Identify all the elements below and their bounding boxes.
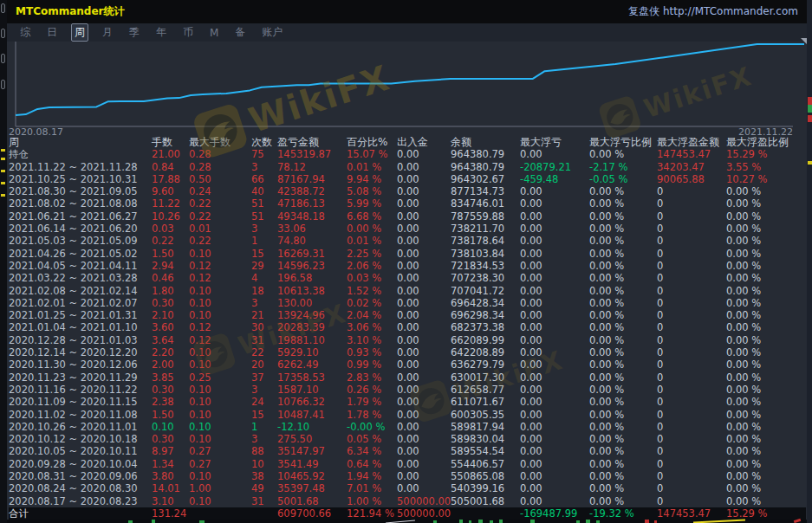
- menu-item-7[interactable]: 币: [180, 24, 196, 41]
- table-row[interactable]: 2020.08.31 ~ 2020.09.063.800.103810465.9…: [9, 470, 806, 482]
- table-row[interactable]: 2020.08.24 ~ 2020.08.3014.011.004935397.…: [9, 482, 806, 494]
- column-header[interactable]: 最大浮亏: [520, 136, 589, 148]
- cell: 0.00: [397, 346, 451, 358]
- table-row[interactable]: 2020.09.28 ~ 2020.10.041.340.27103541.49…: [9, 458, 806, 470]
- brand-url-link[interactable]: 复盘侠 http://MTCommander.com: [628, 4, 798, 19]
- menu-item-3[interactable]: 周: [71, 23, 88, 42]
- cell: 707041.72: [451, 285, 520, 297]
- cell: 0.00: [397, 445, 451, 457]
- cell: 0.00 %: [589, 384, 657, 396]
- menu-item-1[interactable]: 综: [17, 24, 33, 41]
- cell: 0.00 %: [726, 421, 806, 433]
- row-period-label: 2021.08.02 ~ 2021.08.08: [9, 197, 152, 210]
- table-row[interactable]: 2021.06.14 ~ 2021.06.200.030.01333.060.0…: [9, 223, 806, 235]
- table-row[interactable]: 2021.02.01 ~ 2021.02.070.300.103130.000.…: [9, 297, 806, 309]
- table-row[interactable]: 2020.10.12 ~ 2020.10.180.300.103275.500.…: [9, 433, 806, 445]
- cell: 0.00: [397, 309, 451, 321]
- menu-item-4[interactable]: 月: [100, 24, 115, 41]
- column-header[interactable]: 最大手数: [189, 136, 251, 148]
- row-period-label: 2021.10.25 ~ 2021.10.31: [9, 173, 152, 185]
- total-row[interactable]: 合计131.24609700.66121.94 %500000.00-16948…: [9, 507, 806, 520]
- table-row[interactable]: 2020.12.14 ~ 2020.12.202.200.10225929.10…: [9, 346, 806, 358]
- cell: 0.00 %: [726, 396, 806, 408]
- cell: 15: [251, 248, 277, 260]
- cell: 0: [657, 297, 726, 309]
- cell: 0.12: [189, 272, 251, 284]
- table-row[interactable]: 2021.05.03 ~ 2021.05.090.220.22174.800.0…: [9, 235, 806, 247]
- column-header[interactable]: 出入金: [397, 136, 451, 148]
- row-period-label: 2020.08.31 ~ 2020.09.06: [9, 470, 152, 482]
- table-row[interactable]: 2020.08.17 ~ 2020.08.233.100.10315001.68…: [9, 495, 806, 507]
- cell: 0.00: [520, 210, 589, 223]
- table-row[interactable]: 2021.08.02 ~ 2021.08.0811.220.225147186.…: [9, 197, 806, 210]
- cell: 1: [251, 421, 277, 433]
- cell: 0.00 %: [589, 433, 657, 445]
- cell: 0.00 %: [589, 248, 657, 260]
- column-header[interactable]: 盈亏金额: [277, 136, 347, 148]
- cell: 0.27: [189, 458, 251, 470]
- table-row[interactable]: 2020.11.02 ~ 2020.11.081.500.101510487.4…: [9, 409, 806, 421]
- cell: 31: [251, 334, 277, 346]
- menu-item-8[interactable]: M: [207, 26, 221, 40]
- table-row[interactable]: 2021.02.08 ~ 2021.02.141.800.101810613.3…: [9, 285, 806, 297]
- table-row[interactable]: 2020.10.26 ~ 2020.11.010.100.101-12.10-0…: [9, 421, 806, 433]
- column-header[interactable]: 百分比%: [347, 136, 397, 148]
- cell: -169487.99: [520, 507, 589, 520]
- table-row[interactable]: 持仓21.000.2875145319.8715.07 %0.00964380.…: [9, 148, 806, 160]
- table-row[interactable]: 2021.04.26 ~ 2021.05.021.500.101516269.3…: [9, 248, 806, 260]
- table-row[interactable]: 2020.12.28 ~ 2021.01.033.640.123119881.1…: [9, 334, 806, 346]
- cell: 0.00 %: [589, 272, 657, 284]
- left-edge-strip: [0, 0, 7, 523]
- table-row[interactable]: 2021.11.22 ~ 2021.11.280.840.28378.120.0…: [9, 161, 806, 173]
- column-header[interactable]: 最大浮盈比例: [726, 136, 806, 148]
- cell: 3.10 %: [347, 334, 397, 346]
- table-row[interactable]: 2021.01.25 ~ 2021.01.312.100.102113924.9…: [9, 309, 806, 321]
- table-row[interactable]: 2020.11.16 ~ 2020.11.220.300.1031587.100…: [9, 384, 806, 396]
- cell: 10613.38: [277, 285, 347, 297]
- cell: 3: [251, 384, 277, 396]
- column-header[interactable]: 手数: [152, 136, 189, 148]
- column-header[interactable]: 周: [9, 136, 152, 148]
- cell: 0.00 %: [589, 346, 657, 358]
- cell: 0.00 %: [726, 334, 806, 346]
- cell: 0.00: [520, 358, 589, 371]
- cell: 38: [251, 470, 277, 482]
- table-row[interactable]: 2021.06.21 ~ 2021.06.2710.260.225149348.…: [9, 210, 806, 223]
- table-row[interactable]: 2021.10.25 ~ 2021.10.3117.880.506687167.…: [9, 173, 806, 185]
- column-header[interactable]: 最大浮盈金额: [657, 136, 726, 148]
- table-row[interactable]: 2021.03.22 ~ 2021.03.280.460.124196.580.…: [9, 272, 806, 284]
- cell: 0.00 %: [589, 470, 657, 482]
- table-row[interactable]: 2020.10.05 ~ 2020.10.118.970.278835147.9…: [9, 445, 806, 457]
- cell: 10.26: [152, 210, 189, 223]
- cell: 0: [657, 470, 726, 482]
- cell: 0.10: [189, 309, 251, 321]
- table-row[interactable]: 2020.11.09 ~ 2020.11.152.380.102410766.3…: [9, 396, 806, 408]
- cell: 696298.34: [451, 309, 520, 321]
- column-header[interactable]: 次数: [251, 136, 277, 148]
- cell: 0.03: [152, 223, 189, 235]
- cell: 0.00 %: [726, 409, 806, 421]
- cell: 0: [657, 371, 726, 384]
- cell: 14596.23: [277, 260, 347, 272]
- menu-item-6[interactable]: 年: [153, 24, 169, 41]
- table-row[interactable]: 2020.11.23 ~ 2020.11.293.850.253717358.5…: [9, 371, 806, 384]
- cell: 2.38: [152, 396, 189, 408]
- cell: 589830.04: [451, 433, 520, 445]
- column-header[interactable]: 最大浮亏比例: [589, 136, 657, 148]
- column-header[interactable]: 余额: [451, 136, 520, 148]
- table-row[interactable]: 2021.04.05 ~ 2021.04.112.940.122914596.2…: [9, 260, 806, 272]
- table-row[interactable]: 2021.01.04 ~ 2021.01.103.600.123020283.3…: [9, 321, 806, 333]
- menu-item-2[interactable]: 日: [44, 24, 60, 41]
- table-row[interactable]: 2021.08.30 ~ 2021.09.059.600.244042388.7…: [9, 185, 806, 197]
- menu-item-9[interactable]: 备: [232, 24, 248, 41]
- menu-item-5[interactable]: 季: [127, 24, 142, 41]
- cell: 589554.54: [451, 445, 520, 457]
- cell: 0.22: [189, 235, 251, 247]
- cell: 2.83 %: [347, 371, 397, 384]
- cell: 0.30: [152, 297, 189, 309]
- cell: 0.00: [397, 235, 451, 247]
- cell: 0: [657, 409, 726, 421]
- menu-item-10[interactable]: 账户: [259, 24, 285, 41]
- cell: 3.60: [152, 321, 189, 333]
- table-row[interactable]: 2020.11.30 ~ 2020.12.062.000.10206262.49…: [9, 358, 806, 371]
